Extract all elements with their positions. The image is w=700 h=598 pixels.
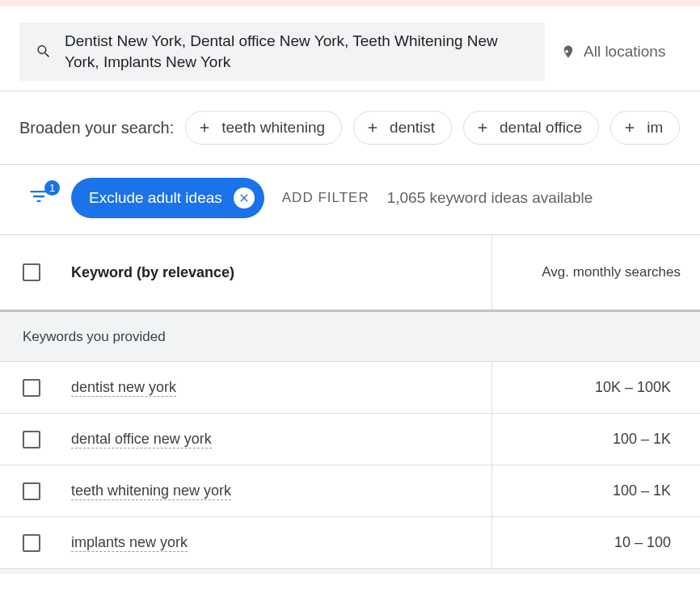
location-pin-icon (561, 43, 576, 61)
location-label: All locations (584, 43, 665, 61)
chip-label: im (647, 119, 663, 137)
table-row: dentist new york 10K – 100K (0, 362, 700, 414)
search-box[interactable]: Dentist New York, Dental office New York… (19, 23, 545, 81)
plus-icon (475, 120, 490, 135)
broaden-chip[interactable]: dental office (463, 111, 599, 145)
row-checkbox[interactable] (23, 534, 40, 552)
searches-cell: 100 – 1K (491, 465, 700, 516)
keyword-cell[interactable]: teeth whitening new york (71, 482, 491, 499)
table-header-row: Keyword (by relevance) Avg. monthly sear… (0, 235, 700, 310)
search-query-text: Dentist New York, Dental office New York… (65, 31, 529, 72)
ideas-available-text: 1,065 keyword ideas available (387, 189, 593, 207)
broaden-label: Broaden your search: (19, 119, 174, 137)
broaden-row: Broaden your search: teeth whitening den… (0, 91, 700, 164)
searches-cell: 10 – 100 (491, 517, 700, 568)
select-all-checkbox[interactable] (23, 263, 40, 281)
row-checkbox-cell (0, 379, 71, 397)
row-checkbox-cell (0, 534, 71, 552)
broaden-chip[interactable]: dentist (353, 111, 452, 145)
chip-label: teeth whitening (221, 119, 325, 137)
bottom-band (0, 569, 700, 574)
active-filter-chip[interactable]: Exclude adult ideas (71, 178, 264, 218)
keyword-cell[interactable]: dentist new york (71, 379, 491, 396)
search-row: Dentist New York, Dental office New York… (0, 6, 700, 91)
header-keyword[interactable]: Keyword (by relevance) (71, 264, 491, 281)
plus-icon (197, 120, 212, 135)
table-row: dental office new york 100 – 1K (0, 414, 700, 465)
table-row: implants new york 10 – 100 (0, 517, 700, 569)
location-selector[interactable]: All locations (561, 43, 665, 61)
search-icon (36, 41, 52, 62)
row-checkbox[interactable] (23, 379, 40, 397)
chip-label: dental office (500, 119, 582, 137)
broaden-chip[interactable]: teeth whitening (185, 111, 342, 145)
chip-label: dentist (390, 119, 435, 137)
remove-filter-button[interactable] (234, 187, 255, 208)
header-checkbox-cell (0, 263, 71, 281)
row-checkbox[interactable] (23, 431, 40, 448)
close-icon (238, 192, 251, 204)
section-label: Keywords you provided (0, 312, 700, 362)
searches-cell: 10K – 100K (491, 362, 700, 413)
active-filter-label: Exclude adult ideas (89, 189, 222, 207)
row-checkbox[interactable] (23, 482, 40, 500)
row-checkbox-cell (0, 482, 71, 500)
keyword-cell[interactable]: dental office new york (71, 431, 491, 448)
searches-cell: 100 – 1K (491, 414, 700, 465)
filter-funnel-button[interactable]: 1 (27, 185, 53, 211)
keywords-table: Keyword (by relevance) Avg. monthly sear… (0, 235, 700, 574)
keyword-cell[interactable]: implants new york (71, 534, 491, 551)
plus-icon (622, 120, 637, 135)
top-band (0, 0, 700, 6)
row-checkbox-cell (0, 431, 71, 448)
header-searches[interactable]: Avg. monthly searches (491, 235, 700, 310)
plus-icon (365, 120, 380, 135)
broaden-chip[interactable]: im (610, 111, 680, 145)
table-row: teeth whitening new york 100 – 1K (0, 465, 700, 517)
filter-count-badge: 1 (44, 180, 60, 196)
filter-row: 1 Exclude adult ideas ADD FILTER 1,065 k… (0, 165, 700, 234)
add-filter-button[interactable]: ADD FILTER (282, 190, 369, 206)
